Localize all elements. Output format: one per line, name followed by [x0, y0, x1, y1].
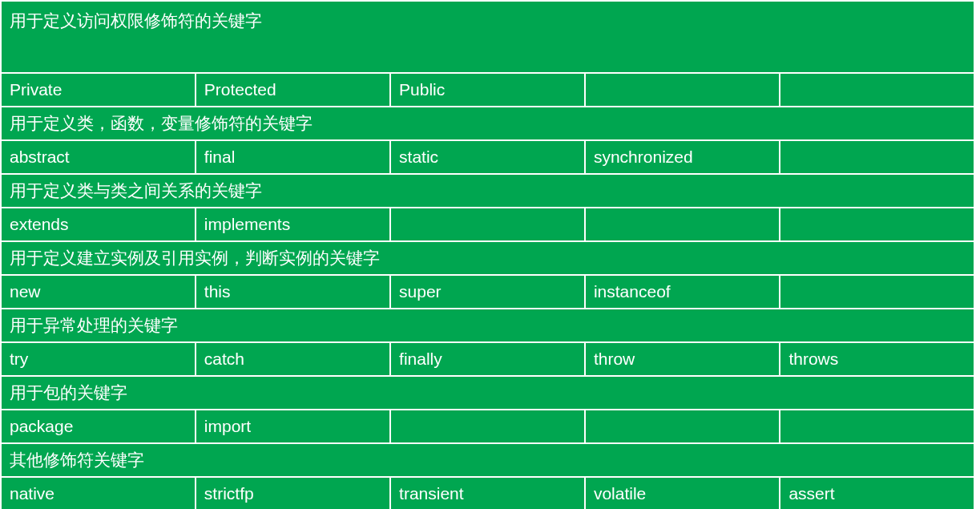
section-title: 其他修饰符关键字 [2, 444, 974, 476]
section-title: 用于定义类，函数，变量修饰符的关键字 [2, 107, 974, 139]
keyword-cell: transient [391, 478, 584, 509]
keyword-cell: finally [391, 343, 584, 375]
section-header-row: 用于定义类与类之间关系的关键字 [2, 175, 974, 207]
keyword-cell: throws [780, 343, 974, 375]
keyword-cell: catch [196, 343, 389, 375]
keyword-cell [780, 410, 974, 442]
section-title: 用于异常处理的关键字 [2, 309, 974, 341]
keyword-cell: Protected [196, 74, 389, 106]
section-title: 用于定义访问权限修饰符的关键字 [2, 2, 974, 72]
section-header-row: 用于定义访问权限修饰符的关键字 [2, 2, 974, 72]
keyword-cell: synchronized [586, 141, 780, 173]
keyword-cell: throw [586, 343, 780, 375]
section-title: 用于定义类与类之间关系的关键字 [2, 175, 974, 207]
keyword-cell: final [196, 141, 389, 173]
keyword-cell: try [2, 343, 195, 375]
keyword-cell: Private [2, 74, 195, 106]
keyword-row: native strictfp transient volatile asser… [2, 478, 974, 509]
keyword-cell [391, 208, 584, 240]
keyword-cell: strictfp [196, 478, 389, 509]
keyword-cell [780, 141, 974, 173]
keyword-cell: assert [780, 478, 974, 509]
keyword-cell [780, 208, 974, 240]
keyword-row: package import [2, 410, 974, 442]
keywords-table: 用于定义访问权限修饰符的关键字 Private Protected Public… [0, 0, 975, 509]
keyword-row: abstract final static synchronized [2, 141, 974, 173]
section-title: 用于包的关键字 [2, 377, 974, 409]
section-header-row: 用于异常处理的关键字 [2, 309, 974, 341]
keyword-cell [780, 276, 974, 308]
keyword-cell: instanceof [586, 276, 780, 308]
keyword-cell: Public [391, 74, 584, 106]
section-header-row: 其他修饰符关键字 [2, 444, 974, 476]
keyword-row: extends implements [2, 208, 974, 240]
keyword-cell: new [2, 276, 195, 308]
keyword-cell: native [2, 478, 195, 509]
keyword-cell: package [2, 410, 195, 442]
keyword-cell [780, 74, 974, 106]
keyword-cell [586, 74, 780, 106]
keyword-cell: abstract [2, 141, 195, 173]
keyword-row: try catch finally throw throws [2, 343, 974, 375]
section-header-row: 用于包的关键字 [2, 377, 974, 409]
keyword-cell: import [196, 410, 389, 442]
table-body: 用于定义访问权限修饰符的关键字 Private Protected Public… [2, 2, 974, 509]
keyword-cell: static [391, 141, 584, 173]
keyword-cell: this [196, 276, 389, 308]
keyword-row: new this super instanceof [2, 276, 974, 308]
keyword-cell [586, 208, 780, 240]
keyword-cell [391, 410, 584, 442]
keyword-cell: super [391, 276, 584, 308]
keyword-cell: implements [196, 208, 389, 240]
section-title: 用于定义建立实例及引用实例，判断实例的关键字 [2, 242, 974, 274]
section-header-row: 用于定义类，函数，变量修饰符的关键字 [2, 107, 974, 139]
keyword-cell: volatile [586, 478, 780, 509]
keyword-cell [586, 410, 780, 442]
section-header-row: 用于定义建立实例及引用实例，判断实例的关键字 [2, 242, 974, 274]
keyword-cell: extends [2, 208, 195, 240]
keyword-row: Private Protected Public [2, 74, 974, 106]
